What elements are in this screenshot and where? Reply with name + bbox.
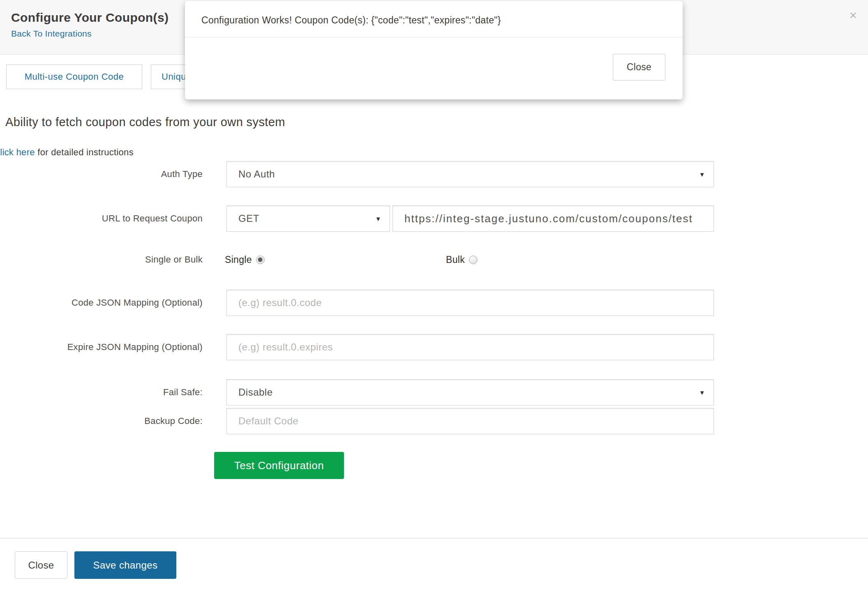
auth-type-select[interactable]: No Auth ▼ [226,161,714,187]
expire-mapping-input[interactable] [226,334,714,360]
back-to-integrations-link[interactable]: Back To Integrations [11,29,92,39]
footer-close-button[interactable]: Close [15,551,67,579]
single-radio-option[interactable]: Single [225,251,265,268]
tab-multi-use-coupon-code[interactable]: Multi-use Coupon Code [6,64,142,89]
page-title: Configure Your Coupon(s) [11,11,169,25]
dialog-close-button[interactable]: Close [613,54,665,81]
bulk-radio-option[interactable]: Bulk [446,251,478,268]
single-radio-label: Single [225,254,252,265]
dialog-message: Configuration Works! Coupon Code(s): {"c… [201,15,670,26]
section-heading: Ability to fetch coupon codes from your … [5,115,285,129]
single-or-bulk-label: Single or Bulk [0,251,203,268]
fail-safe-select[interactable]: Disable ▼ [226,379,714,405]
code-mapping-input[interactable] [226,290,714,316]
bulk-radio-label: Bulk [446,254,465,265]
code-mapping-label: Code JSON Mapping (Optional) [0,290,203,316]
instructions-text: for detailed instructions [35,147,134,157]
auth-type-value: No Auth [238,168,275,180]
backup-code-input[interactable] [226,408,714,434]
tab-label: Multi-use Coupon Code [25,71,124,82]
bulk-radio-button[interactable] [469,256,478,264]
click-here-link[interactable]: Click here [0,147,35,157]
test-result-dialog: Configuration Works! Coupon Code(s): {"c… [185,1,683,99]
http-method-select[interactable]: GET ▼ [226,205,390,232]
footer-divider [0,538,868,539]
http-method-value: GET [238,213,259,224]
coupon-url-input[interactable] [392,205,714,232]
url-request-label: URL to Request Coupon [0,205,203,232]
instructions-line: Click here for detailed instructions [0,147,134,158]
expire-mapping-label: Expire JSON Mapping (Optional) [0,334,203,360]
caret-down-icon: ▼ [699,171,705,178]
test-configuration-button[interactable]: Test Configuration [214,452,344,479]
save-changes-button[interactable]: Save changes [74,551,176,579]
single-radio-button[interactable] [256,256,265,264]
auth-type-label: Auth Type [0,161,203,187]
fail-safe-value: Disable [238,387,273,398]
caret-down-icon: ▼ [375,215,381,222]
dialog-divider [185,37,683,37]
close-icon[interactable]: ✕ [849,10,857,21]
caret-down-icon: ▼ [699,389,705,396]
coupon-config-page: Configure Your Coupon(s) Back To Integra… [0,0,868,592]
fail-safe-label: Fail Safe: [0,379,203,405]
backup-code-label: Backup Code: [0,408,203,434]
